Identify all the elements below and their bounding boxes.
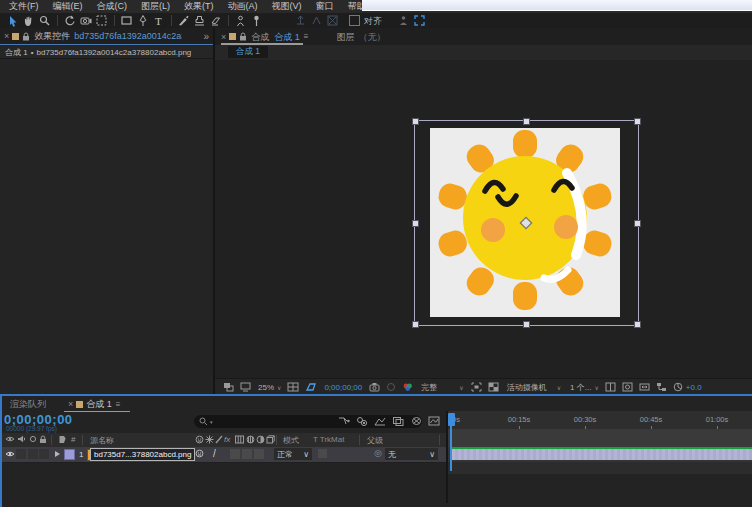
comp-flowchart-icon[interactable] [336, 414, 352, 428]
pen-tool-icon[interactable] [135, 14, 150, 28]
selection-handle[interactable] [523, 321, 530, 328]
selection-handle[interactable] [412, 220, 419, 227]
collapse-icon[interactable] [205, 435, 214, 444]
selection-handle[interactable] [634, 321, 641, 328]
tab-overflow-icon[interactable]: » [203, 31, 209, 42]
label-icon[interactable] [58, 435, 67, 444]
parent-column[interactable]: 父级 [367, 435, 383, 446]
transparency-grid-icon[interactable] [488, 382, 499, 392]
layer-name[interactable]: bd735d7...378802abcd.png [90, 448, 195, 461]
view-layout-icon[interactable] [605, 382, 616, 392]
tab-timeline-comp[interactable]: 合成 1 [86, 398, 112, 410]
fx-icon[interactable]: fx [224, 435, 230, 444]
work-area-bar[interactable] [448, 429, 752, 448]
audio-icon[interactable] [17, 435, 26, 443]
quality-icon[interactable] [215, 435, 223, 444]
pixel-aspect-icon[interactable] [639, 382, 650, 392]
exposure-icon[interactable] [673, 382, 683, 392]
eraser-tool-icon[interactable] [208, 14, 223, 28]
effect-controls-tabbar[interactable]: × 效果控件 bd735d76fa1392a0014c2a378802abcd.… [0, 28, 213, 45]
trkmat-column[interactable]: T TrkMat [313, 435, 344, 444]
flowchart-icon[interactable] [656, 382, 667, 392]
panel-menu-icon[interactable]: ≡ [304, 32, 309, 41]
playhead-handle[interactable] [448, 413, 455, 426]
view-count-dropdown[interactable]: 1 个... [570, 382, 591, 393]
lock-icon[interactable] [239, 32, 247, 41]
people-workspace-icon[interactable] [396, 14, 411, 28]
menu-file[interactable]: 文件(F) [2, 0, 46, 13]
selection-handle[interactable] [412, 321, 419, 328]
puppet-pin-tool-icon[interactable] [249, 14, 264, 28]
eye-icon[interactable] [5, 435, 15, 443]
show-snapshot-icon[interactable] [386, 382, 396, 392]
expand-arrow-icon[interactable] [54, 450, 61, 458]
chevron-down-icon[interactable]: ∨ [594, 384, 598, 391]
parent-dropdown[interactable]: 无∨ [385, 448, 438, 460]
roto-brush-tool-icon[interactable] [233, 14, 248, 28]
graph-editor-icon[interactable] [426, 414, 442, 428]
source-name-column[interactable]: 源名称 [90, 435, 114, 446]
selection-handle[interactable] [412, 118, 419, 125]
mode-column[interactable]: 模式 [283, 435, 299, 446]
magnify-icon[interactable] [622, 382, 633, 392]
brainstorm-icon[interactable] [408, 414, 424, 428]
hand-tool-icon[interactable] [21, 14, 36, 28]
menu-animation[interactable]: 动画(A) [221, 0, 265, 13]
menu-window[interactable]: 窗口 [309, 0, 341, 13]
adjustment-icon[interactable] [256, 435, 265, 444]
rectangle-tool-icon[interactable] [119, 14, 134, 28]
menu-edit[interactable]: 编辑(E) [46, 0, 90, 13]
draft3d-icon[interactable] [354, 414, 370, 428]
camera-tool-icon[interactable] [78, 14, 93, 28]
lock-icon[interactable] [22, 32, 30, 41]
layer-panel-tab[interactable]: 图层 [336, 31, 354, 43]
grid-guides-icon[interactable] [287, 382, 299, 392]
parent-pickwhip-icon[interactable]: ◎ [374, 448, 382, 458]
selection-handle[interactable] [634, 220, 641, 227]
frameblend-sw-icon[interactable] [235, 435, 244, 444]
snapshot-icon[interactable] [369, 382, 380, 392]
layer-label-swatch[interactable] [64, 449, 75, 460]
shy-icon[interactable] [195, 435, 204, 444]
layer-duration-bar[interactable] [452, 449, 752, 460]
selection-handle[interactable] [634, 118, 641, 125]
playhead-line[interactable] [450, 426, 452, 471]
breadcrumb[interactable]: 合成 1 [228, 46, 268, 58]
chevron-down-icon[interactable]: ∨ [277, 384, 281, 391]
menu-effect[interactable]: 效果(T) [177, 0, 221, 13]
resolution-dropdown[interactable]: 完整 [421, 382, 437, 393]
panel-menu-icon[interactable]: ≡ [116, 400, 121, 409]
blend-mode-dropdown[interactable]: 正常∨ [274, 448, 312, 460]
motionblur-sw-icon[interactable] [246, 435, 255, 444]
exposure-value[interactable]: +0.0 [686, 383, 702, 392]
selection-tool-icon[interactable] [5, 14, 20, 28]
pan-behind-tool-icon[interactable] [94, 14, 109, 28]
close-icon[interactable]: × [68, 399, 73, 409]
chevron-down-icon[interactable]: ∨ [459, 384, 463, 391]
menu-layer[interactable]: 图层(L) [134, 0, 177, 13]
sun-layer-image[interactable] [430, 128, 620, 317]
tab-render-queue[interactable]: 渲染队列 [10, 398, 46, 410]
selection-handle[interactable] [523, 118, 530, 125]
layer-row[interactable]: 1 bd735d7...378802abcd.png / 正常∨ ◎ 无∨ [2, 447, 448, 463]
shy-icon[interactable] [195, 449, 204, 458]
composition-viewport[interactable] [215, 60, 752, 378]
roi-icon[interactable] [471, 382, 482, 392]
tab-composition-1[interactable]: 合成 1 [274, 31, 300, 43]
expand-workspace-icon[interactable] [412, 14, 427, 28]
zoom-tool-icon[interactable] [37, 14, 52, 28]
index-column-header[interactable]: # [71, 435, 75, 444]
solo-icon[interactable] [29, 435, 37, 443]
zoom-level-dropdown[interactable]: 25% [258, 383, 274, 392]
threed-icon[interactable] [266, 435, 275, 444]
channels-icon[interactable] [402, 382, 414, 392]
eye-icon[interactable] [5, 450, 15, 458]
menu-composition[interactable]: 合成(C) [90, 0, 135, 13]
view-camera-dropdown[interactable]: 活动摄像机 [507, 382, 547, 393]
chevron-down-icon[interactable]: ∨ [557, 384, 561, 391]
effect-controls-tab-label[interactable]: 效果控件 [34, 30, 70, 42]
type-tool-icon[interactable]: T [151, 14, 166, 28]
rotate-tool-icon[interactable] [62, 14, 77, 28]
mask-visibility-icon[interactable] [305, 382, 317, 392]
frame-blend-icon[interactable] [372, 414, 388, 428]
